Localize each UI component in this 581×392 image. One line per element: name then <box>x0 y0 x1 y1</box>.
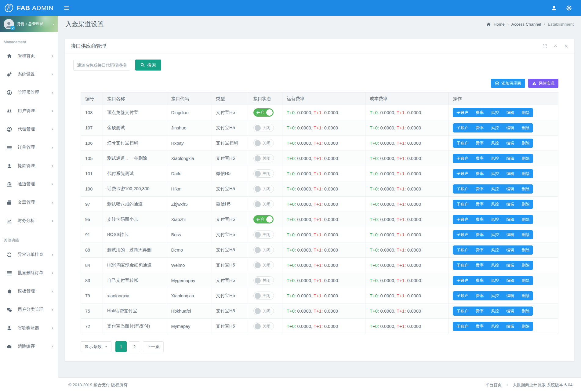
action-risk-button[interactable]: 风控 <box>487 139 503 148</box>
gear-icon[interactable] <box>566 5 572 11</box>
action-risk-button[interactable]: 风控 <box>487 108 503 117</box>
action-delete-button[interactable]: 删除 <box>518 154 533 163</box>
action-subaccount-button[interactable]: 子账户 <box>453 139 472 148</box>
action-risk-button[interactable]: 风控 <box>487 154 503 163</box>
action-subaccount-button[interactable]: 子账户 <box>453 169 472 178</box>
search-button[interactable]: 搜索 <box>135 60 161 71</box>
action-rate-button[interactable]: 费率 <box>472 108 487 117</box>
close-icon[interactable] <box>564 44 568 48</box>
action-risk-button[interactable]: 风控 <box>487 245 503 255</box>
sidebar-item[interactable]: 文章管理› <box>0 193 58 212</box>
collapse-icon[interactable] <box>554 44 557 48</box>
action-risk-button[interactable]: 风控 <box>487 322 503 331</box>
action-delete-button[interactable]: 删除 <box>518 245 533 255</box>
user-account-icon[interactable] <box>551 5 557 11</box>
action-risk-button[interactable]: 风控 <box>487 123 503 132</box>
status-toggle[interactable]: 关闭 <box>253 307 274 315</box>
action-edit-button[interactable]: 编辑 <box>503 245 518 255</box>
status-toggle[interactable]: 关闭 <box>253 292 274 300</box>
action-rate-button[interactable]: 费率 <box>472 200 487 209</box>
action-risk-button[interactable]: 风控 <box>487 169 503 178</box>
status-toggle[interactable]: 关闭 <box>253 261 274 269</box>
action-rate-button[interactable]: 费率 <box>472 169 487 178</box>
action-rate-button[interactable]: 费率 <box>472 291 487 300</box>
action-edit-button[interactable]: 编辑 <box>503 322 518 331</box>
sidebar-item[interactable]: 用户分类管理› <box>0 300 58 319</box>
sidebar-item[interactable]: 通道管理› <box>0 175 58 193</box>
action-subaccount-button[interactable]: 子账户 <box>453 184 472 194</box>
action-edit-button[interactable]: 编辑 <box>503 200 518 209</box>
action-edit-button[interactable]: 编辑 <box>503 307 518 316</box>
status-toggle[interactable]: 关闭 <box>253 124 274 132</box>
action-subaccount-button[interactable]: 子账户 <box>453 322 472 331</box>
add-supplier-button[interactable]: 添加供应商 <box>491 79 525 88</box>
action-rate-button[interactable]: 费率 <box>472 123 487 132</box>
action-subaccount-button[interactable]: 子账户 <box>453 108 472 117</box>
action-delete-button[interactable]: 删除 <box>518 123 533 132</box>
action-edit-button[interactable]: 编辑 <box>503 139 518 148</box>
status-toggle[interactable]: 关闭 <box>253 276 274 285</box>
sidebar-item[interactable]: 用户管理› <box>0 102 58 120</box>
action-subaccount-button[interactable]: 子账户 <box>453 123 472 132</box>
sidebar-item[interactable]: 系统设置› <box>0 65 58 83</box>
action-edit-button[interactable]: 编辑 <box>503 215 518 224</box>
action-subaccount-button[interactable]: 子账户 <box>453 215 472 224</box>
sidebar-item[interactable]: 异常订单排查› <box>0 245 58 264</box>
sidebar-item[interactable]: 批量删除订单› <box>0 264 58 282</box>
status-toggle[interactable]: 关闭 <box>253 200 274 208</box>
risk-live-button[interactable]: 风控实况 <box>528 79 558 88</box>
action-subaccount-button[interactable]: 子账户 <box>453 261 472 270</box>
action-rate-button[interactable]: 费率 <box>472 276 487 285</box>
status-toggle[interactable]: 关闭 <box>253 230 274 239</box>
action-delete-button[interactable]: 删除 <box>518 184 533 194</box>
action-risk-button[interactable]: 风控 <box>487 261 503 270</box>
action-edit-button[interactable]: 编辑 <box>503 123 518 132</box>
action-edit-button[interactable]: 编辑 <box>503 230 518 239</box>
status-toggle[interactable]: 开启 <box>253 108 274 117</box>
action-rate-button[interactable]: 费率 <box>472 307 487 316</box>
sidebar-item[interactable]: 谷歌验证器› <box>0 319 58 337</box>
action-risk-button[interactable]: 风控 <box>487 200 503 209</box>
action-subaccount-button[interactable]: 子账户 <box>453 230 472 239</box>
action-delete-button[interactable]: 删除 <box>518 276 533 285</box>
action-delete-button[interactable]: 删除 <box>518 139 533 148</box>
action-rate-button[interactable]: 费率 <box>472 322 487 331</box>
action-subaccount-button[interactable]: 子账户 <box>453 276 472 285</box>
sidebar-item[interactable]: 代理管理› <box>0 120 58 138</box>
sidebar-item[interactable]: 管理首页› <box>0 47 58 65</box>
sidebar-item[interactable]: 模板管理› <box>0 282 58 300</box>
action-subaccount-button[interactable]: 子账户 <box>453 154 472 163</box>
sidebar-item[interactable]: 清除缓存› <box>0 337 58 355</box>
status-toggle[interactable]: 关闭 <box>253 185 274 193</box>
sidebar-item[interactable]: 财务分析› <box>0 212 58 230</box>
action-risk-button[interactable]: 风控 <box>487 291 503 300</box>
status-toggle[interactable]: 关闭 <box>253 169 274 178</box>
action-risk-button[interactable]: 风控 <box>487 215 503 224</box>
action-rate-button[interactable]: 费率 <box>472 184 487 194</box>
action-rate-button[interactable]: 费率 <box>472 245 487 255</box>
action-risk-button[interactable]: 风控 <box>487 276 503 285</box>
action-subaccount-button[interactable]: 子账户 <box>453 200 472 209</box>
page-size-select[interactable]: 显示条数 <box>81 341 111 352</box>
action-delete-button[interactable]: 删除 <box>518 261 533 270</box>
status-toggle[interactable]: 开启 <box>253 215 274 223</box>
action-delete-button[interactable]: 删除 <box>518 169 533 178</box>
action-edit-button[interactable]: 编辑 <box>503 108 518 117</box>
action-delete-button[interactable]: 删除 <box>518 307 533 316</box>
sidebar-item[interactable]: 提款管理› <box>0 157 58 175</box>
page-button-1[interactable]: 1 <box>115 341 127 352</box>
action-edit-button[interactable]: 编辑 <box>503 169 518 178</box>
sidebar-item[interactable]: 订单管理› <box>0 138 58 157</box>
action-delete-button[interactable]: 删除 <box>518 230 533 239</box>
action-delete-button[interactable]: 删除 <box>518 215 533 224</box>
action-subaccount-button[interactable]: 子账户 <box>453 307 472 316</box>
breadcrumb-home[interactable]: Home <box>494 22 505 27</box>
action-delete-button[interactable]: 删除 <box>518 108 533 117</box>
sidebar-user-panel[interactable]: 身份：总管理员 › <box>0 16 58 32</box>
action-subaccount-button[interactable]: 子账户 <box>453 291 472 300</box>
action-risk-button[interactable]: 风控 <box>487 184 503 194</box>
page-button-2[interactable]: 2 <box>129 341 140 352</box>
action-delete-button[interactable]: 删除 <box>518 200 533 209</box>
action-rate-button[interactable]: 费率 <box>472 154 487 163</box>
status-toggle[interactable]: 关闭 <box>253 322 274 330</box>
